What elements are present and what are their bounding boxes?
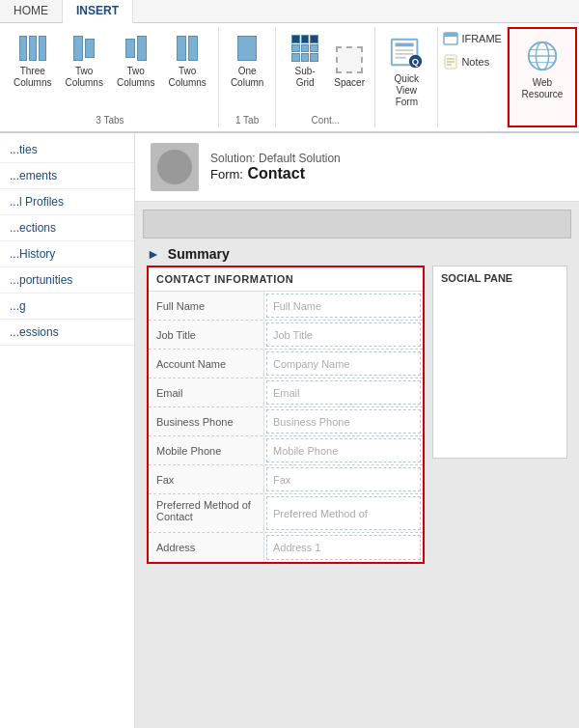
svg-rect-2 bbox=[396, 49, 414, 51]
field-input-email[interactable]: Email bbox=[266, 380, 421, 405]
field-label-address: Address bbox=[149, 533, 264, 562]
field-input-jobtitle[interactable]: Job Title bbox=[266, 322, 421, 347]
iframe-label: IFRAME bbox=[461, 33, 502, 44]
sidebar-item-1[interactable]: ...ements bbox=[0, 163, 134, 189]
field-input-address[interactable]: Address 1 bbox=[266, 535, 421, 560]
main-area: ...ties ...ements ...l Profiles ...ectio… bbox=[0, 133, 579, 728]
svg-text:Q: Q bbox=[412, 56, 419, 67]
form-name: Form: Contact bbox=[210, 165, 341, 182]
field-label-bizphone: Business Phone bbox=[149, 407, 264, 435]
social-pane-column: SOCIAL PANE bbox=[432, 266, 567, 564]
field-label-mobilephone: Mobile Phone bbox=[149, 436, 264, 464]
solution-name: Solution: Default Solution bbox=[210, 152, 341, 165]
webresource-button[interactable]: Web Resource bbox=[516, 33, 569, 104]
two-columns-button-1[interactable]: TwoColumns bbox=[59, 29, 108, 93]
sidebar-item-4[interactable]: ...History bbox=[0, 241, 134, 267]
spacer-icon bbox=[334, 44, 365, 75]
field-input-mobilephone[interactable]: Mobile Phone bbox=[266, 438, 421, 462]
sidebar-item-0[interactable]: ...ties bbox=[0, 137, 134, 163]
grey-bar bbox=[143, 210, 571, 238]
two-columns-icon-2 bbox=[121, 33, 152, 64]
svg-rect-3 bbox=[396, 53, 414, 55]
subgrid-button[interactable]: Sub-Grid bbox=[282, 29, 328, 93]
field-input-bizphone[interactable]: Business Phone bbox=[266, 409, 421, 434]
field-row-prefmethod: Preferred Method of Contact Preferred Me… bbox=[149, 494, 423, 533]
field-input-fax[interactable]: Fax bbox=[266, 467, 421, 491]
sidebar-item-2[interactable]: ...l Profiles bbox=[0, 189, 134, 215]
iframe-icon bbox=[443, 31, 458, 46]
field-input-accountname[interactable]: Company Name bbox=[266, 351, 421, 376]
group-2tabs-label: 1 Tab bbox=[219, 115, 275, 126]
sidebar-item-3[interactable]: ...ections bbox=[0, 215, 134, 241]
field-row-bizphone: Business Phone Business Phone bbox=[149, 407, 423, 436]
field-row-fax: Fax Fax bbox=[149, 465, 423, 494]
content-area: Solution: Default Solution Form: Contact… bbox=[135, 133, 579, 728]
webresource-label: Web Resource bbox=[522, 77, 564, 100]
two-columns-label-2: TwoColumns bbox=[117, 66, 154, 89]
notes-icon bbox=[443, 54, 458, 70]
summary-header: ► Summary bbox=[147, 246, 567, 262]
group-webresource: Web Resource bbox=[508, 27, 577, 127]
two-columns-label-1: TwoColumns bbox=[65, 66, 102, 89]
one-column-button[interactable]: OneColumn bbox=[225, 29, 269, 93]
sidebar-item-7[interactable]: ...essions bbox=[0, 320, 134, 346]
summary-title: Summary bbox=[168, 246, 230, 262]
iframe-button[interactable]: IFRAME bbox=[439, 29, 506, 48]
sidebar: ...ties ...ements ...l Profiles ...ectio… bbox=[0, 133, 135, 728]
avatar bbox=[151, 143, 199, 191]
form-editor: ► Summary CONTACT INFORMATION Full Name … bbox=[135, 202, 579, 572]
notes-button[interactable]: Notes bbox=[439, 52, 506, 71]
ribbon-tab-bar: HOME INSERT bbox=[0, 0, 579, 23]
group-controls-label: Cont... bbox=[276, 115, 374, 126]
two-columns-button-3[interactable]: TwoColumns bbox=[162, 29, 211, 93]
two-columns-label-3: TwoColumns bbox=[168, 66, 206, 89]
svg-rect-8 bbox=[444, 33, 457, 37]
field-row-email: Email Email bbox=[149, 378, 423, 407]
sidebar-item-6[interactable]: ...g bbox=[0, 294, 134, 320]
field-label-fax: Fax bbox=[149, 465, 264, 493]
svg-rect-4 bbox=[396, 57, 406, 59]
two-columns-button-2[interactable]: TwoColumns bbox=[111, 29, 160, 93]
group-3tabs-label: 3 Tabs bbox=[2, 115, 218, 126]
ribbon-content: ThreeColumns TwoColumns bbox=[0, 23, 579, 132]
field-input-prefmethod[interactable]: Preferred Method of bbox=[266, 496, 421, 530]
solution-header: Solution: Default Solution Form: Contact bbox=[135, 133, 579, 202]
spacer-label: Spacer bbox=[334, 77, 365, 89]
quickview-icon: Q bbox=[387, 33, 426, 71]
webresource-icon bbox=[523, 37, 562, 75]
social-pane: SOCIAL PANE bbox=[432, 266, 567, 459]
form-label: Form: bbox=[210, 167, 243, 182]
three-columns-icon bbox=[17, 33, 48, 64]
field-row-address: Address Address 1 bbox=[149, 533, 423, 562]
contact-info-box: CONTACT INFORMATION Full Name Full Name … bbox=[147, 266, 425, 564]
group-2tabs: OneColumn 1 Tab bbox=[219, 27, 276, 127]
contact-info-header: CONTACT INFORMATION bbox=[149, 267, 423, 292]
quickview-button[interactable]: Q Quick ViewForm bbox=[381, 29, 431, 112]
one-column-icon bbox=[232, 33, 262, 64]
group-3tabs-items: ThreeColumns TwoColumns bbox=[8, 29, 212, 106]
notes-label: Notes bbox=[461, 56, 489, 68]
field-input-fullname[interactable]: Full Name bbox=[266, 294, 421, 318]
quickview-label: Quick ViewForm bbox=[387, 73, 426, 108]
field-label-jobtitle: Job Title bbox=[149, 321, 264, 349]
one-column-label: OneColumn bbox=[231, 66, 263, 89]
field-label-prefmethod: Preferred Method of Contact bbox=[149, 494, 264, 532]
three-columns-button[interactable]: ThreeColumns bbox=[8, 29, 57, 93]
summary-section: ► Summary CONTACT INFORMATION Full Name … bbox=[147, 246, 567, 564]
group-quickview-items: Q Quick ViewForm bbox=[381, 29, 431, 126]
group-iframe: IFRAME Notes bbox=[438, 27, 508, 127]
summary-arrow-icon: ► bbox=[147, 246, 160, 262]
tab-home[interactable]: HOME bbox=[0, 0, 63, 22]
three-columns-label: ThreeColumns bbox=[14, 66, 51, 89]
two-columns-icon-3 bbox=[172, 33, 203, 64]
sidebar-item-5[interactable]: ...portunities bbox=[0, 267, 134, 294]
field-row-accountname: Account Name Company Name bbox=[149, 350, 423, 378]
field-label-accountname: Account Name bbox=[149, 350, 264, 378]
contact-info-column: CONTACT INFORMATION Full Name Full Name … bbox=[147, 266, 425, 564]
group-3tabs: ThreeColumns TwoColumns bbox=[2, 27, 219, 127]
tab-insert[interactable]: INSERT bbox=[63, 0, 133, 23]
field-label-fullname: Full Name bbox=[149, 292, 264, 320]
group-controls: Sub-Grid Spacer Cont... bbox=[276, 27, 375, 127]
solution-info: Solution: Default Solution Form: Contact bbox=[210, 152, 341, 182]
spacer-button[interactable]: Spacer bbox=[330, 41, 369, 93]
